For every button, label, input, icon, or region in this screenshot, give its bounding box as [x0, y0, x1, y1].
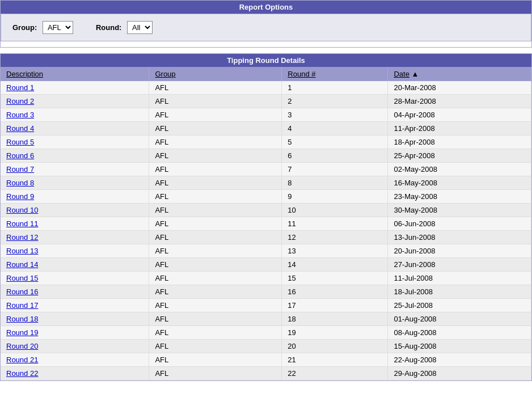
cell-group: AFL — [149, 136, 282, 149]
col-header-round[interactable]: Round # — [282, 67, 388, 81]
col-header-description[interactable]: Description — [1, 67, 149, 81]
cell-round: 10 — [282, 204, 388, 217]
description-link[interactable]: Round 13 — [6, 247, 38, 255]
cell-group: AFL — [149, 95, 282, 108]
cell-date: 28-Mar-2008 — [388, 95, 531, 108]
cell-description: Round 20 — [1, 340, 149, 353]
table-row: Round 13AFL1320-Jun-2008 — [1, 244, 531, 258]
cell-date: 04-Apr-2008 — [388, 108, 531, 122]
description-link[interactable]: Round 20 — [6, 342, 38, 350]
cell-date: 11-Jul-2008 — [388, 272, 531, 285]
cell-date: 01-Aug-2008 — [388, 312, 531, 326]
cell-date: 22-Aug-2008 — [388, 353, 531, 367]
table-row: Round 10AFL1030-May-2008 — [1, 204, 531, 217]
cell-round: 13 — [282, 244, 388, 258]
table-row: Round 7AFL702-May-2008 — [1, 163, 531, 176]
cell-date: 20-Mar-2008 — [388, 81, 531, 95]
table-row: Round 3AFL304-Apr-2008 — [1, 108, 531, 122]
cell-date: 13-Jun-2008 — [388, 231, 531, 244]
description-link[interactable]: Round 22 — [6, 369, 38, 378]
cell-description: Round 7 — [1, 163, 149, 176]
table-row: Round 11AFL1106-Jun-2008 — [1, 217, 531, 231]
table-row: Round 17AFL1725-Jul-2008 — [1, 299, 531, 312]
description-link[interactable]: Round 2 — [6, 97, 34, 105]
cell-group: AFL — [149, 299, 282, 312]
cell-description: Round 19 — [1, 326, 149, 340]
cell-round: 2 — [282, 95, 388, 108]
description-link[interactable]: Round 7 — [6, 165, 34, 174]
cell-group: AFL — [149, 326, 282, 340]
cell-date: 16-May-2008 — [388, 176, 531, 190]
col-header-group[interactable]: Group — [149, 67, 282, 81]
cell-description: Round 12 — [1, 231, 149, 244]
round-label: Round: — [96, 23, 121, 32]
description-link[interactable]: Round 11 — [6, 219, 38, 228]
description-link[interactable]: Round 19 — [6, 328, 38, 337]
table-row: Round 9AFL923-May-2008 — [1, 190, 531, 204]
round-field: Round: All 1 2 3 4 5 6 7 8 9 10 11 12 13… — [96, 21, 153, 34]
description-link[interactable]: Round 6 — [6, 151, 34, 160]
table-row: Round 5AFL518-Apr-2008 — [1, 136, 531, 149]
cell-date: 11-Apr-2008 — [388, 122, 531, 136]
description-link[interactable]: Round 14 — [6, 260, 38, 269]
description-link[interactable]: Round 5 — [6, 138, 34, 146]
cell-date: 27-Jun-2008 — [388, 258, 531, 272]
cell-description: Round 6 — [1, 149, 149, 163]
table-row: Round 22AFL2229-Aug-2008 — [1, 367, 531, 380]
description-link[interactable]: Round 18 — [6, 315, 38, 323]
description-link[interactable]: Round 12 — [6, 233, 38, 242]
cell-group: AFL — [149, 81, 282, 95]
group-select[interactable]: AFL — [43, 21, 73, 34]
cell-description: Round 1 — [1, 81, 149, 95]
cell-date: 23-May-2008 — [388, 190, 531, 204]
cell-group: AFL — [149, 353, 282, 367]
cell-description: Round 17 — [1, 299, 149, 312]
table-row: Round 12AFL1213-Jun-2008 — [1, 231, 531, 244]
table-row: Round 15AFL1511-Jul-2008 — [1, 272, 531, 285]
cell-group: AFL — [149, 190, 282, 204]
cell-round: 15 — [282, 272, 388, 285]
description-link[interactable]: Round 21 — [6, 356, 38, 364]
description-link[interactable]: Round 9 — [6, 192, 34, 201]
description-link[interactable]: Round 8 — [6, 179, 34, 187]
table-row: Round 16AFL1618-Jul-2008 — [1, 285, 531, 299]
table-header-row: Description Group Round # Date ▲ — [1, 67, 531, 81]
cell-group: AFL — [149, 108, 282, 122]
cell-round: 14 — [282, 258, 388, 272]
cell-round: 17 — [282, 299, 388, 312]
cell-date: 15-Aug-2008 — [388, 340, 531, 353]
description-link[interactable]: Round 3 — [6, 111, 34, 119]
description-link[interactable]: Round 17 — [6, 301, 38, 310]
report-options-title: Report Options — [1, 1, 531, 14]
col-header-date[interactable]: Date ▲ — [388, 67, 531, 81]
cell-group: AFL — [149, 176, 282, 190]
cell-round: 21 — [282, 353, 388, 367]
table-row: Round 4AFL411-Apr-2008 — [1, 122, 531, 136]
cell-description: Round 15 — [1, 272, 149, 285]
cell-description: Round 18 — [1, 312, 149, 326]
description-link[interactable]: Round 16 — [6, 287, 38, 296]
table-row: Round 8AFL816-May-2008 — [1, 176, 531, 190]
cell-group: AFL — [149, 285, 282, 299]
description-link[interactable]: Round 15 — [6, 274, 38, 282]
report-options-panel: Group: AFL Round: All 1 2 3 4 5 6 7 8 9 … — [1, 14, 531, 41]
table-row: Round 19AFL1908-Aug-2008 — [1, 326, 531, 340]
description-link[interactable]: Round 10 — [6, 206, 38, 214]
cell-description: Round 16 — [1, 285, 149, 299]
cell-group: AFL — [149, 244, 282, 258]
round-select[interactable]: All 1 2 3 4 5 6 7 8 9 10 11 12 13 14 15 … — [127, 21, 153, 34]
cell-description: Round 4 — [1, 122, 149, 136]
cell-group: AFL — [149, 312, 282, 326]
cell-date: 20-Jun-2008 — [388, 244, 531, 258]
cell-description: Round 11 — [1, 217, 149, 231]
cell-round: 16 — [282, 285, 388, 299]
description-link[interactable]: Round 1 — [6, 83, 34, 92]
cell-group: AFL — [149, 258, 282, 272]
cell-group: AFL — [149, 122, 282, 136]
cell-round: 7 — [282, 163, 388, 176]
table-row: Round 6AFL625-Apr-2008 — [1, 149, 531, 163]
description-link[interactable]: Round 4 — [6, 124, 34, 133]
group-field: Group: AFL — [12, 21, 73, 34]
rounds-table: Description Group Round # Date ▲ Round 1… — [1, 67, 531, 380]
cell-description: Round 3 — [1, 108, 149, 122]
